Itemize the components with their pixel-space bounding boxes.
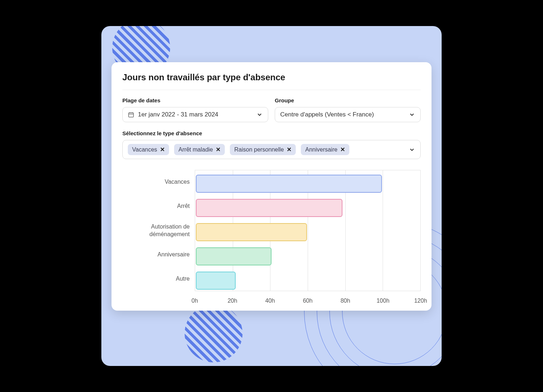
group-select[interactable]: Centre d'appels (Ventes < France) <box>275 107 421 122</box>
x-tick-label: 120h <box>414 298 427 304</box>
group-filter: Groupe Centre d'appels (Ventes < France) <box>275 97 421 122</box>
chart-bar <box>196 247 272 265</box>
filter-tag[interactable]: Anniversaire✕ <box>301 144 349 155</box>
x-tick-label: 0h <box>191 298 198 304</box>
close-icon[interactable]: ✕ <box>340 146 345 153</box>
card-title: Jours non travaillés par type d'absence <box>122 72 421 90</box>
filter-tag-label: Raison personnelle <box>234 146 284 153</box>
absence-type-select[interactable]: Vacances✕Arrêt maladie✕Raison personnell… <box>122 140 421 159</box>
filter-tag[interactable]: Raison personnelle✕ <box>230 144 296 155</box>
chevron-down-icon <box>256 111 263 118</box>
y-tick-label: Autorisation de déménagement <box>122 218 195 243</box>
absence-type-filter: Sélectionnez le type d'absence Vacances✕… <box>122 130 421 159</box>
y-tick-label: Anniversaire <box>122 243 195 267</box>
filter-tag[interactable]: Arrêt maladie✕ <box>174 144 225 155</box>
x-tick-label: 20h <box>228 298 237 304</box>
close-icon[interactable]: ✕ <box>287 146 291 153</box>
filter-tag-label: Anniversaire <box>305 146 337 153</box>
date-range-select[interactable]: 1er janv 2022 - 31 mars 2024 <box>122 107 268 122</box>
x-tick-label: 40h <box>265 298 275 304</box>
calendar-icon <box>128 111 134 118</box>
date-range-value: 1er janv 2022 - 31 mars 2024 <box>138 111 218 118</box>
y-tick-label: Autre <box>122 267 195 291</box>
decorative-stripes-2 <box>185 304 243 362</box>
date-range-filter: Plage de dates 1er janv 2022 - 31 mars 2… <box>122 97 268 122</box>
backdrop: Jours non travaillés par type d'absence … <box>101 26 442 366</box>
chart-bar <box>196 223 307 241</box>
filter-tag-label: Arrêt maladie <box>178 146 213 153</box>
y-axis-labels: VacancesArrêtAutorisation de déménagemen… <box>122 170 195 298</box>
report-card: Jours non travaillés par type d'absence … <box>111 62 432 311</box>
close-icon[interactable]: ✕ <box>216 146 220 153</box>
plot <box>195 170 421 291</box>
filters-row: Plage de dates 1er janv 2022 - 31 mars 2… <box>122 97 421 122</box>
group-label: Groupe <box>275 97 421 103</box>
gridline <box>383 170 383 291</box>
close-icon[interactable]: ✕ <box>160 146 165 153</box>
x-tick-label: 60h <box>303 298 313 304</box>
filter-tag-label: Vacances <box>132 146 157 153</box>
x-tick-label: 100h <box>376 298 390 304</box>
group-value: Centre d'appels (Ventes < France) <box>280 111 374 118</box>
gridline <box>420 170 421 291</box>
absence-type-label: Sélectionnez le type d'absence <box>122 130 421 136</box>
x-tick-label: 80h <box>341 298 350 304</box>
chart-bar <box>196 199 342 217</box>
y-tick-label: Vacances <box>122 170 195 194</box>
plot-wrap: 0h20h40h60h80h100h120h <box>195 170 421 298</box>
filter-tag[interactable]: Vacances✕ <box>128 144 169 155</box>
y-tick-label: Arrêt <box>122 194 195 218</box>
chart-bar <box>196 175 382 193</box>
date-range-label: Plage de dates <box>122 97 268 103</box>
chevron-down-icon <box>409 111 415 118</box>
chart-bar <box>196 272 236 290</box>
chart-area: VacancesArrêtAutorisation de déménagemen… <box>122 170 421 298</box>
svg-rect-0 <box>129 113 134 117</box>
chevron-down-icon <box>409 146 415 153</box>
